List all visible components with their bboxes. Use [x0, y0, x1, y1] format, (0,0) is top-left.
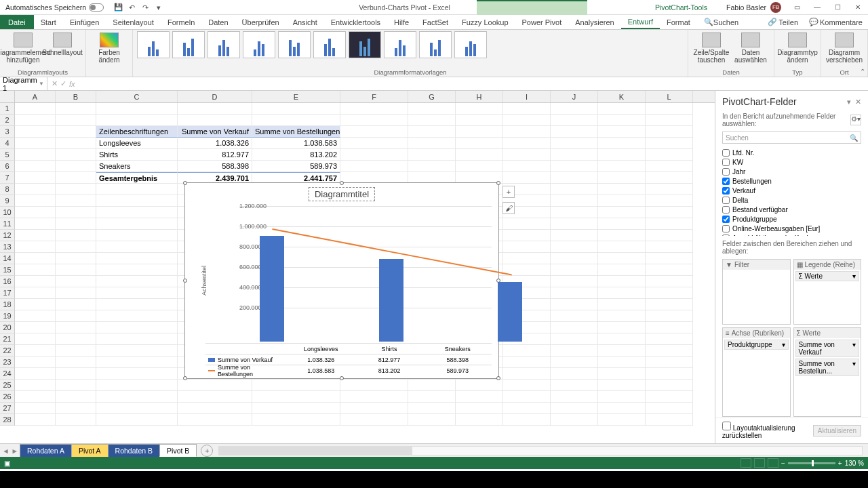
cell[interactable] — [252, 403, 340, 414]
chart-elements-button[interactable]: + — [502, 186, 515, 198]
cell[interactable] — [15, 403, 56, 414]
cell[interactable] — [408, 161, 456, 172]
zoom-in-icon[interactable]: + — [838, 460, 842, 467]
chart-styles-button[interactable]: 🖌 — [502, 202, 515, 214]
cell[interactable] — [551, 207, 598, 218]
cell[interactable] — [96, 264, 178, 276]
cell[interactable] — [340, 380, 408, 391]
zoom-level[interactable]: 130 % — [845, 460, 864, 467]
cell[interactable]: 1.038.326 — [178, 138, 252, 149]
cell[interactable]: 812.977 — [178, 149, 252, 161]
cell[interactable] — [96, 253, 178, 264]
cell[interactable] — [503, 149, 551, 161]
cell[interactable] — [503, 414, 551, 426]
select-data-button[interactable]: Daten auswählen — [732, 31, 770, 65]
tab-einfuegen[interactable]: Einfügen — [63, 15, 106, 29]
cell[interactable] — [56, 310, 96, 322]
cell[interactable] — [15, 322, 56, 333]
cell[interactable] — [646, 149, 693, 161]
chart-style-8[interactable] — [384, 31, 416, 58]
cell[interactable] — [646, 126, 693, 138]
field-item[interactable]: Verkauf — [722, 186, 861, 195]
tab-seitenlayout[interactable]: Seitenlayout — [106, 15, 161, 29]
cell[interactable] — [96, 357, 178, 368]
cell[interactable] — [56, 287, 96, 299]
sheet-tab-rohdaten-a[interactable]: Rohdaten A — [20, 444, 72, 457]
cell[interactable] — [56, 380, 96, 391]
field-item[interactable]: Lfd. Nr. — [722, 148, 861, 157]
cell[interactable] — [456, 161, 503, 172]
fx-icon[interactable]: fx — [69, 80, 75, 88]
cell[interactable] — [646, 207, 693, 218]
cell[interactable] — [96, 345, 178, 357]
column-header[interactable]: H — [456, 91, 503, 102]
cell[interactable] — [551, 218, 598, 230]
cell[interactable] — [56, 276, 96, 287]
share-button[interactable]: 🔗 Teilen — [762, 15, 804, 29]
normal-view-icon[interactable] — [741, 458, 751, 468]
cell[interactable] — [340, 115, 408, 126]
cell[interactable] — [56, 115, 96, 126]
cell[interactable] — [598, 230, 646, 241]
cell[interactable]: 589.973 — [252, 161, 340, 172]
close-pane-icon[interactable]: ✕ — [855, 98, 861, 106]
cell[interactable] — [15, 414, 56, 426]
cell[interactable] — [96, 287, 178, 299]
cell[interactable] — [598, 287, 646, 299]
cell[interactable] — [96, 333, 178, 345]
legend-area[interactable]: ▦ Legende (Reihe) Σ Werte▾ — [793, 259, 862, 325]
cell[interactable] — [598, 414, 646, 426]
cell[interactable] — [646, 264, 693, 276]
cell[interactable] — [598, 380, 646, 391]
cell[interactable] — [551, 403, 598, 414]
move-chart-button[interactable]: Diagramm verschieben — [825, 31, 863, 65]
cell[interactable] — [503, 115, 551, 126]
cell[interactable] — [598, 264, 646, 276]
cell[interactable] — [15, 172, 56, 184]
update-button[interactable]: Aktualisieren — [813, 425, 861, 436]
cell[interactable] — [456, 380, 503, 391]
zoom-out-icon[interactable]: − — [781, 460, 785, 467]
chart-style-4[interactable] — [243, 31, 275, 58]
cell[interactable] — [646, 276, 693, 287]
cell[interactable] — [178, 103, 252, 115]
field-item[interactable]: Bestellungen — [722, 176, 861, 186]
cell[interactable] — [598, 207, 646, 218]
field-search-input[interactable]: Suchen🔍 — [722, 131, 861, 144]
cell[interactable] — [96, 380, 178, 391]
cell[interactable] — [551, 391, 598, 403]
cell[interactable] — [408, 149, 456, 161]
cell[interactable] — [96, 368, 178, 380]
user-account[interactable]: Fabio Basler FB — [721, 2, 787, 13]
cell[interactable] — [340, 138, 408, 149]
cell[interactable] — [96, 391, 178, 403]
cell[interactable] — [340, 161, 408, 172]
cell[interactable] — [340, 149, 408, 161]
cell[interactable] — [551, 299, 598, 310]
column-header[interactable]: I — [503, 91, 551, 102]
cell[interactable] — [503, 403, 551, 414]
cell[interactable] — [456, 138, 503, 149]
cell[interactable] — [178, 380, 252, 391]
cell[interactable] — [15, 195, 56, 207]
cell[interactable] — [408, 403, 456, 414]
cell[interactable] — [551, 310, 598, 322]
cell[interactable] — [598, 115, 646, 126]
cell[interactable] — [646, 184, 693, 195]
tab-power-pivot[interactable]: Power Pivot — [515, 15, 569, 29]
cell[interactable] — [503, 241, 551, 253]
cell[interactable] — [598, 310, 646, 322]
cell[interactable] — [551, 230, 598, 241]
cell[interactable] — [96, 103, 178, 115]
cell[interactable] — [598, 149, 646, 161]
field-item[interactable]: Bestand verfügbar — [722, 205, 861, 214]
cell[interactable] — [56, 161, 96, 172]
cell[interactable] — [598, 126, 646, 138]
cell[interactable] — [551, 368, 598, 380]
cell[interactable] — [646, 287, 693, 299]
cell[interactable] — [551, 345, 598, 357]
cell[interactable] — [178, 391, 252, 403]
cell[interactable] — [178, 115, 252, 126]
cell[interactable] — [56, 172, 96, 184]
cell[interactable] — [96, 276, 178, 287]
